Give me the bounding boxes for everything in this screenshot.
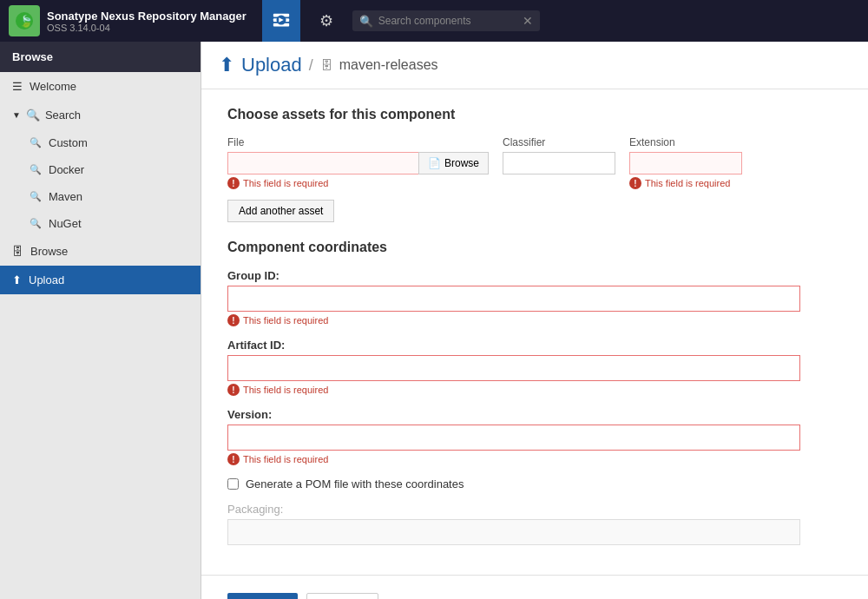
cancel-button[interactable]: Cancel — [306, 593, 378, 599]
extension-error-text: This field is required — [645, 178, 730, 188]
browse-button[interactable]: 📄 Browse — [418, 152, 489, 174]
extension-input[interactable] — [629, 152, 742, 174]
group-id-error-text: This field is required — [243, 315, 328, 326]
file-column: File 📄 Browse ! This field is required — [227, 136, 489, 189]
search-icon: 🔍 — [26, 109, 40, 122]
form-actions: Upload Cancel — [201, 575, 868, 599]
sidebar-item-label: NuGet — [49, 217, 82, 230]
sidebar: Browse ☰ Welcome ▼ 🔍 Search 🔍 Custom 🔍 D… — [0, 42, 201, 599]
nav-icon[interactable] — [262, 0, 300, 42]
pom-checkbox-row: Generate a POM file with these coordinat… — [227, 477, 842, 490]
menu-icon: ☰ — [12, 80, 23, 93]
artifact-id-error-text: This field is required — [243, 385, 328, 395]
sidebar-item-label: Welcome — [30, 80, 76, 93]
sidebar-item-welcome[interactable]: ☰ Welcome — [0, 72, 201, 101]
error-icon: ! — [227, 453, 240, 465]
error-icon: ! — [227, 384, 240, 396]
pom-checkbox[interactable] — [227, 478, 239, 490]
extension-column: Extension ! This field is required — [629, 136, 742, 189]
svg-text:🍃: 🍃 — [19, 14, 34, 29]
error-icon: ! — [629, 177, 641, 189]
version-error: ! This field is required — [227, 453, 842, 465]
search-icon: 🔍 — [30, 137, 42, 148]
upload-header-icon: ⬆ — [219, 54, 234, 76]
version-group: Version: ! This field is required — [227, 408, 842, 465]
search-icon: 🔍 — [30, 218, 42, 229]
search-icon: 🔍 — [30, 164, 42, 175]
group-id-input[interactable] — [227, 286, 800, 312]
section1-title: Choose assets for this component — [227, 107, 842, 122]
repo-name: maven-releases — [339, 57, 438, 73]
version-label: Version: — [227, 408, 842, 421]
file-error-text: This field is required — [243, 178, 328, 188]
extension-label: Extension — [629, 136, 742, 148]
section2-title: Component coordinates — [227, 240, 842, 255]
settings-icon[interactable]: ⚙ — [307, 0, 345, 42]
packaging-label: Packaging: — [227, 503, 842, 516]
sidebar-item-browse[interactable]: 🗄 Browse — [0, 237, 201, 266]
repo-db-icon: 🗄 — [320, 58, 332, 72]
app-version: OSS 3.14.0-04 — [47, 23, 247, 33]
app-title: Sonatype Nexus Repository Manager — [47, 10, 247, 23]
topbar: 🍃 Sonatype Nexus Repository Manager OSS … — [0, 0, 868, 42]
sidebar-item-label: Docker — [49, 163, 84, 176]
page-header: ⬆ Upload / 🗄 maven-releases — [201, 42, 868, 89]
search-input[interactable] — [378, 15, 517, 27]
triangle-icon: ▼ — [12, 110, 21, 120]
file-input[interactable] — [227, 152, 418, 174]
packaging-input[interactable] — [227, 519, 800, 545]
app-title-block: Sonatype Nexus Repository Manager OSS 3.… — [47, 10, 247, 33]
classifier-column: Classifier — [503, 136, 615, 174]
error-icon: ! — [227, 177, 240, 189]
pom-checkbox-label[interactable]: Generate a POM file with these coordinat… — [246, 477, 464, 490]
sidebar-item-custom[interactable]: 🔍 Custom — [0, 129, 201, 156]
sidebar-header: Browse — [0, 42, 201, 72]
artifact-id-group: Artifact ID: ! This field is required — [227, 339, 842, 396]
group-id-error: ! This field is required — [227, 314, 842, 326]
app-logo: 🍃 — [9, 5, 40, 36]
sidebar-item-label: Upload — [29, 273, 64, 286]
artifact-id-label: Artifact ID: — [227, 339, 842, 352]
classifier-label: Classifier — [503, 136, 615, 148]
file-input-group: 📄 Browse — [227, 152, 489, 174]
main-layout: Browse ☰ Welcome ▼ 🔍 Search 🔍 Custom 🔍 D… — [0, 42, 868, 599]
classifier-input[interactable] — [503, 152, 615, 174]
artifact-id-input[interactable] — [227, 355, 800, 381]
upload-button[interactable]: Upload — [227, 593, 298, 599]
extension-error: ! This field is required — [629, 177, 742, 189]
add-asset-label: Add another asset — [239, 205, 323, 217]
sidebar-item-label: Browse — [30, 245, 68, 258]
error-icon: ! — [227, 314, 240, 326]
sidebar-item-search[interactable]: ▼ 🔍 Search — [0, 101, 201, 129]
sidebar-item-docker[interactable]: 🔍 Docker — [0, 156, 201, 183]
file-icon: 📄 — [428, 157, 441, 169]
sidebar-item-upload[interactable]: ⬆ Upload — [0, 266, 201, 294]
search-icon: 🔍 — [30, 191, 42, 202]
sidebar-item-maven[interactable]: 🔍 Maven — [0, 183, 201, 210]
file-error: ! This field is required — [227, 177, 489, 189]
sidebar-item-label: Search — [45, 109, 81, 122]
file-label: File — [227, 136, 489, 148]
version-input[interactable] — [227, 425, 800, 451]
search-box: 🔍 ✕ — [352, 10, 540, 31]
artifact-id-error: ! This field is required — [227, 384, 842, 396]
sidebar-item-label: Custom — [49, 136, 88, 149]
content-area: ⬆ Upload / 🗄 maven-releases Choose asset… — [201, 42, 868, 599]
group-id-label: Group ID: — [227, 269, 842, 282]
add-asset-button[interactable]: Add another asset — [227, 200, 334, 222]
packaging-group: Packaging: — [227, 503, 842, 545]
search-clear-icon[interactable]: ✕ — [523, 14, 533, 28]
sidebar-item-nuget[interactable]: 🔍 NuGet — [0, 210, 201, 237]
page-title: Upload — [241, 54, 302, 76]
db-icon: 🗄 — [12, 245, 23, 258]
form-content: Choose assets for this component File 📄 … — [201, 89, 868, 575]
sidebar-item-label: Maven — [49, 190, 82, 203]
search-icon: 🔍 — [359, 15, 373, 28]
asset-row: File 📄 Browse ! This field is required — [227, 136, 842, 189]
group-id-group: Group ID: ! This field is required — [227, 269, 842, 326]
upload-icon: ⬆ — [12, 273, 22, 286]
version-error-text: This field is required — [243, 454, 328, 464]
browse-label: Browse — [444, 157, 479, 169]
breadcrumb-sep: / — [309, 56, 313, 75]
